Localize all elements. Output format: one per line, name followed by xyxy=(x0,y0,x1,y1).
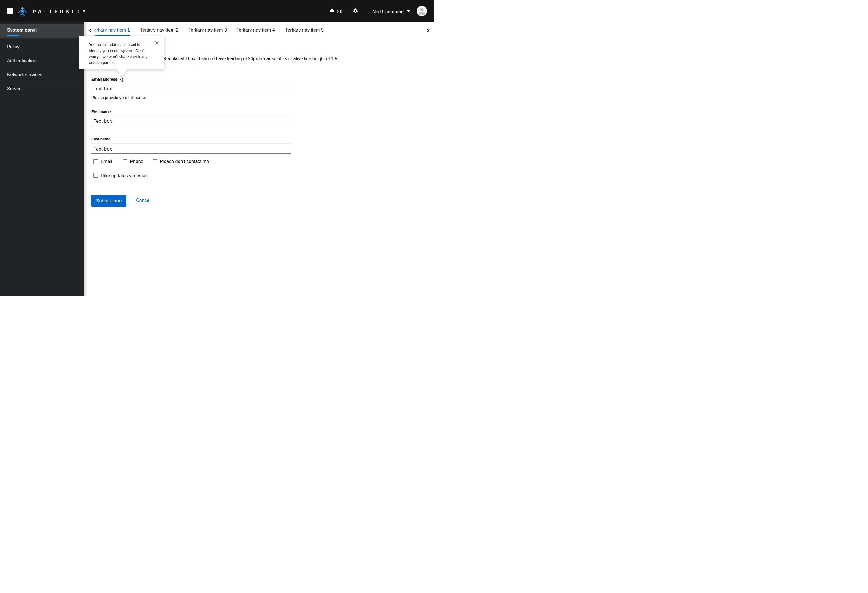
svg-text:?: ? xyxy=(121,78,123,81)
